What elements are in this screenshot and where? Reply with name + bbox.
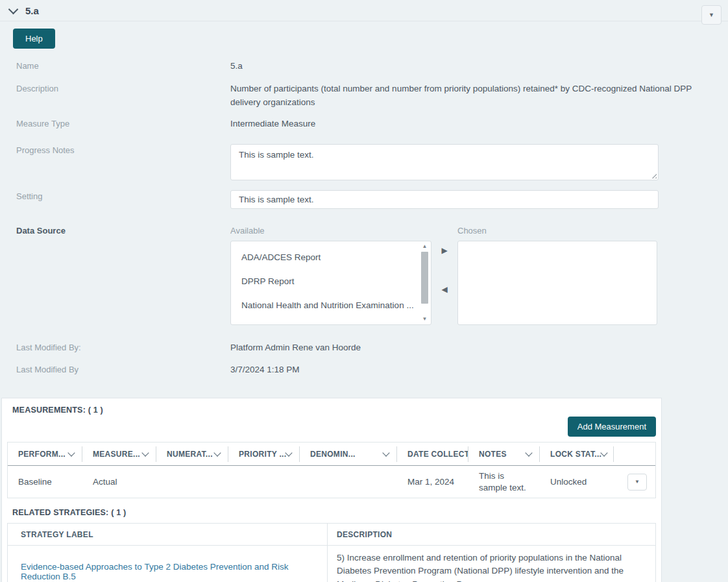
sort-chevron-icon [600, 449, 607, 456]
measure-detail-page: { "colors": { "accent_teal": "#11606E", … [0, 0, 728, 582]
sort-chevron-icon [141, 449, 149, 456]
data-source-label: Data Source [0, 224, 230, 325]
strategy-row: Evidence-based Approaches to Type 2 Diab… [8, 546, 655, 582]
column-header-lock-status[interactable]: LOCK STAT... [540, 446, 614, 462]
name-value: 5.a [230, 60, 728, 73]
column-header-denominator[interactable]: DENOMIN... [300, 446, 397, 462]
last-modified-by-label: Last Modified By: [0, 341, 230, 354]
progress-notes-textarea[interactable] [230, 144, 659, 180]
progress-notes-row: Progress Notes [0, 144, 728, 180]
setting-label: Setting [0, 190, 230, 209]
available-option[interactable]: DPRP Report [231, 270, 431, 294]
measurements-panel: MEASUREMENTS: ( 1 ) Add Measurement PERF… [1, 398, 662, 582]
move-right-icon[interactable]: ▶ [441, 247, 447, 254]
description-value: Number of participants (total number and… [230, 82, 728, 109]
cell-measure: Actual [82, 476, 156, 488]
measurements-table: PERFORM... MEASURE... NUMERAT... PRIORIT… [7, 442, 656, 498]
description-label: Description [0, 82, 230, 109]
caret-down-icon: ▼ [635, 479, 640, 485]
column-header-description: DESCRIPTION [328, 524, 655, 545]
related-strategies-header: STRATEGY LABEL DESCRIPTION [8, 524, 655, 546]
column-header-performance[interactable]: PERFORM... [8, 446, 82, 462]
chosen-listbox[interactable] [457, 241, 657, 325]
available-option[interactable]: National Health and Nutrition Examinatio… [231, 294, 431, 318]
sort-chevron-icon [213, 449, 221, 456]
measurement-row: Baseline Actual Mar 1, 2024 This is samp… [8, 466, 655, 498]
measure-form: Name 5.a Description Number of participa… [0, 60, 728, 376]
sort-chevron-icon [382, 449, 389, 456]
available-listbox[interactable]: ADA/ADCES Report DPRP Report National He… [230, 241, 431, 325]
setting-row: Setting [0, 190, 728, 209]
scroll-up-icon[interactable]: ▲ [422, 243, 428, 250]
help-button[interactable]: Help [13, 29, 55, 49]
cell-lock-status: Unlocked [540, 476, 614, 488]
data-source-row: Data Source Available ADA/ADCES Report D… [0, 224, 728, 325]
column-header-actions [614, 446, 655, 462]
measure-type-label: Measure Type [0, 117, 230, 130]
name-label: Name [0, 60, 230, 73]
measure-type-value: Intermediate Measure [230, 117, 728, 130]
available-option[interactable]: NCQA Healthcare Effectiveness Data and I… [231, 318, 431, 324]
column-header-strategy-label: STRATEGY LABEL [8, 524, 328, 545]
column-header-numerator[interactable]: NUMERAT... [156, 446, 228, 462]
last-modified-date-row: Last Modified By 3/7/2024 1:18 PM [0, 363, 728, 376]
chevron-down-icon[interactable] [8, 4, 19, 14]
last-modified-by-value: Platform Admin Rene van Hoorde [230, 341, 728, 354]
cell-date-collected: Mar 1, 2024 [397, 476, 468, 488]
cell-performance: Baseline [8, 476, 82, 488]
column-header-priority[interactable]: PRIORITY ... [228, 446, 300, 462]
progress-notes-label: Progress Notes [0, 144, 230, 180]
column-header-date-collected[interactable]: DATE COLLECT... [397, 446, 468, 462]
sort-chevron-icon [525, 449, 532, 456]
measurements-title: MEASUREMENTS: ( 1 ) [12, 406, 661, 415]
column-header-measure[interactable]: MEASURE... [82, 446, 156, 462]
caret-down-icon: ▼ [709, 12, 714, 18]
measure-type-row: Measure Type Intermediate Measure [0, 117, 728, 130]
measurements-table-header: PERFORM... MEASURE... NUMERAT... PRIORIT… [8, 443, 655, 466]
column-header-notes[interactable]: NOTES [468, 446, 540, 462]
move-left-icon[interactable]: ◀ [441, 285, 447, 293]
setting-input[interactable] [230, 190, 659, 209]
page-title: 5.a [25, 5, 39, 16]
section-header: 5.a [0, 0, 728, 21]
related-strategies-table: STRATEGY LABEL DESCRIPTION Evidence-base… [7, 523, 656, 582]
last-modified-date-value: 3/7/2024 1:18 PM [230, 363, 728, 376]
sort-chevron-icon [67, 449, 75, 456]
chosen-caption: Chosen [457, 224, 657, 237]
last-modified-by-row: Last Modified By: Platform Admin Rene va… [0, 341, 728, 354]
available-caption: Available [230, 224, 431, 237]
dual-listbox: Available ADA/ADCES Report DPRP Report N… [230, 224, 709, 325]
strategy-link[interactable]: Evidence-based Approaches to Type 2 Diab… [21, 562, 327, 581]
scroll-down-icon[interactable]: ▼ [422, 315, 428, 323]
row-menu-button[interactable]: ▼ [627, 474, 647, 491]
section-menu-button[interactable]: ▼ [701, 5, 722, 25]
sort-chevron-icon [285, 449, 293, 456]
related-strategies-title: RELATED STRATEGIES: ( 1 ) [12, 508, 661, 517]
listbox-scrollbar[interactable]: ▲ ▼ [420, 243, 430, 323]
name-row: Name 5.a [0, 60, 728, 73]
last-modified-date-label: Last Modified By [0, 363, 230, 376]
scrollbar-thumb[interactable] [421, 252, 428, 304]
available-option[interactable]: ADA/ADCES Report [231, 246, 431, 270]
add-measurement-button[interactable]: Add Measurement [568, 417, 656, 437]
cell-notes: This is sample text. [468, 470, 540, 493]
description-row: Description Number of participants (tota… [0, 82, 728, 109]
strategy-description: 5) Increase enrollment and retention of … [328, 546, 655, 582]
